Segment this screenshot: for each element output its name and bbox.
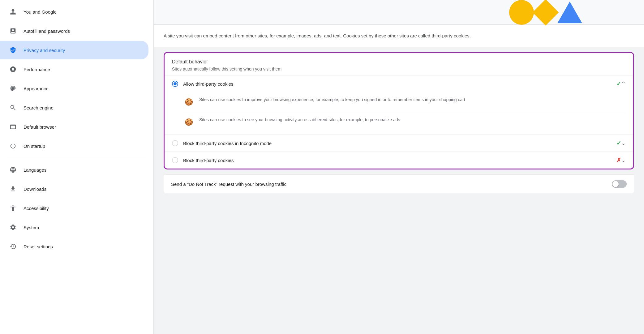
palette-icon [7,83,19,94]
shape-triangle [557,2,582,23]
chevron-up-icon[interactable]: ⌃ [621,80,626,87]
dnt-toggle[interactable] [612,180,627,188]
decoration-shapes [509,0,582,25]
behavior-box-subtitle: Sites automatically follow this setting … [172,66,626,71]
cookie-icon-2: 🍪 [183,117,194,128]
radio-block-all[interactable] [172,157,178,163]
description-section: A site you visit can embed content from … [154,25,644,47]
browser-icon [7,121,19,132]
sidebar-item-privacy-security[interactable]: Privacy and security [0,41,148,59]
behavior-box-header: Default behavior Sites automatically fol… [165,53,633,75]
sidebar-item-appearance[interactable]: Appearance [0,79,148,98]
dnt-label: Send a "Do Not Track" request with your … [171,182,612,187]
accessibility-icon [7,203,19,214]
chevron-down-incognito-icon[interactable]: ⌄ [621,140,626,147]
shield-icon [7,45,19,56]
sidebar-divider [7,158,146,158]
sidebar-item-search-engine[interactable]: Search engine [0,98,148,117]
sidebar-item-system[interactable]: System [0,218,148,237]
sidebar-item-languages-label: Languages [24,167,46,173]
option-incognito-label: Block third-party cookies in Incognito m… [183,141,614,146]
toggle-knob [612,181,619,187]
performance-icon [7,64,19,75]
expanded-allow-content: 🍪 Sites can use cookies to improve your … [165,92,633,135]
top-decoration [154,0,644,25]
expanded-item-1: 🍪 Sites can use cookies to improve your … [183,92,626,112]
shape-circle [509,0,534,25]
globe-icon [7,164,19,175]
sidebar-item-performance-label: Performance [24,67,50,72]
default-behavior-box: Default behavior Sites automatically fol… [164,52,634,169]
option-allow-label: Allow third-party cookies [183,81,614,87]
option-allow-third-party[interactable]: Allow third-party cookies ✓ ⌃ [165,75,633,92]
sidebar-item-search-engine-label: Search engine [24,105,54,110]
option-block-incognito[interactable]: Block third-party cookies in Incognito m… [165,135,633,152]
download-icon [7,183,19,195]
checkmark-incognito: ✓ [616,140,621,147]
sidebar-item-you-and-google-label: You and Google [24,9,57,15]
person-icon [7,6,19,17]
option-block-all-label: Block third-party cookies [183,158,614,163]
sidebar-item-privacy-label: Privacy and security [24,48,65,53]
sidebar-item-appearance-label: Appearance [24,86,49,91]
sidebar-item-on-startup[interactable]: On startup [0,137,148,155]
sidebar-item-downloads[interactable]: Downloads [0,180,148,198]
dnt-section: Send a "Do Not Track" request with your … [164,174,634,193]
expanded-item-text-1: Sites can use cookies to improve your br… [199,96,465,103]
sidebar-item-default-browser-label: Default browser [24,124,56,130]
radio-block-incognito[interactable] [172,140,178,146]
sidebar-item-on-startup-label: On startup [24,143,45,149]
sidebar: You and Google Autofill and passwords Pr… [0,0,154,334]
search-icon [7,102,19,113]
sidebar-item-performance[interactable]: Performance [0,60,148,79]
sidebar-item-default-browser[interactable]: Default browser [0,118,148,136]
sidebar-item-you-and-google[interactable]: You and Google [0,2,148,21]
radio-allow-third-party[interactable] [172,81,178,87]
badge-icon [7,25,19,36]
power-icon [7,140,19,152]
sidebar-item-accessibility-label: Accessibility [24,206,49,211]
sidebar-item-languages[interactable]: Languages [0,161,148,179]
sidebar-item-reset-settings[interactable]: Reset settings [0,237,148,256]
chevron-down-block-icon[interactable]: ⌄ [621,157,626,164]
behavior-box-title: Default behavior [172,59,626,65]
sidebar-item-system-label: System [24,225,39,230]
expanded-item-2: 🍪 Sites can use cookies to see your brow… [183,112,626,132]
cookie-icon-1: 🍪 [183,96,194,108]
sidebar-item-autofill-label: Autofill and passwords [24,28,70,34]
settings-icon [7,222,19,233]
main-content: A site you visit can embed content from … [154,0,644,334]
sidebar-item-autofill-passwords[interactable]: Autofill and passwords [0,22,148,40]
sidebar-item-reset-settings-label: Reset settings [24,244,53,249]
history-icon [7,241,19,252]
expanded-item-text-2: Sites can use cookies to see your browsi… [199,117,400,123]
sidebar-item-downloads-label: Downloads [24,186,46,192]
cross-block-all: ✗ [616,157,621,164]
sidebar-item-accessibility[interactable]: Accessibility [0,199,148,217]
shape-diamond [533,0,559,25]
option-block-all[interactable]: Block third-party cookies ✗ ⌄ [165,152,633,169]
checkmark-allow: ✓ [616,80,621,87]
description-text: A site you visit can embed content from … [164,32,473,40]
